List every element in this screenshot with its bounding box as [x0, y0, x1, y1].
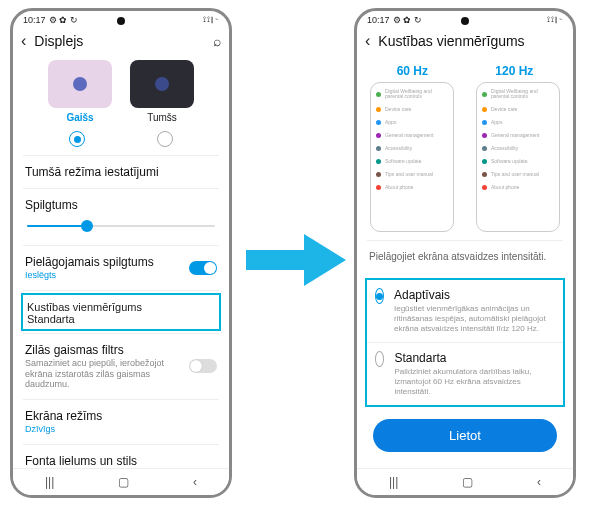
preview-120: Digital Wellbeing and parental controlsD… — [476, 82, 560, 232]
nav-recent-icon[interactable]: ||| — [389, 475, 398, 489]
status-icons: ⟟ ⟟ ∥ ⌁ — [203, 15, 219, 25]
option-standard[interactable]: Standarta Paildziniet akumulatora darbīb… — [367, 342, 563, 405]
nav-bar: ||| ▢ ‹ — [13, 468, 229, 495]
dark-mode-settings-label: Tumšā režīma iestatījumi — [25, 165, 217, 179]
status-icons: ⟟ ⟟ ∥ ⌁ — [547, 15, 563, 25]
dark-mode-settings-row[interactable]: Tumšā režīma iestatījumi — [13, 156, 229, 188]
back-icon[interactable]: ‹ — [365, 32, 370, 50]
nav-back-icon[interactable]: ‹ — [537, 475, 541, 489]
theme-dark-label: Tumšs — [127, 112, 197, 123]
option-adaptive-radio[interactable] — [375, 288, 384, 304]
theme-radio-row — [13, 127, 229, 155]
screen-mode-status: Dzīvīgs — [25, 424, 217, 435]
preview-60: Digital Wellbeing and parental controlsD… — [370, 82, 454, 232]
search-icon[interactable]: ⌕ — [213, 33, 221, 49]
hz-header-row: 60 Hz 120 Hz — [357, 58, 573, 82]
option-standard-radio[interactable] — [375, 351, 384, 367]
adaptive-brightness-status: Ieslēgts — [25, 270, 154, 281]
theme-light-label: Gaišs — [45, 112, 115, 123]
header: ‹ Displejs ⌕ — [13, 27, 229, 58]
status-time: 10:17 — [23, 15, 46, 25]
adaptive-brightness-toggle[interactable] — [189, 261, 217, 275]
display-settings-list: Gaišs Tumšs Tumšā režīma iestatījumi Spi… — [13, 58, 229, 476]
nav-back-icon[interactable]: ‹ — [193, 475, 197, 489]
camera-hole — [117, 17, 125, 25]
option-adaptive-desc: Iegūstiet vienmērīgākas animācijas un ri… — [394, 304, 555, 334]
refresh-options-highlight: Adaptīvais Iegūstiet vienmērīgākas animā… — [365, 278, 565, 407]
phone-left: 10:17 ⚙ ✿ ↻ ⟟ ⟟ ∥ ⌁ ‹ Displejs ⌕ Gaišs T… — [10, 8, 232, 498]
nav-recent-icon[interactable]: ||| — [45, 475, 54, 489]
theme-row: Gaišs Tumšs — [13, 58, 229, 127]
camera-hole — [461, 17, 469, 25]
status-time: 10:17 — [367, 15, 390, 25]
screen-mode-label: Ekrāna režīms — [25, 409, 217, 423]
font-label: Fonta lielums un stils — [25, 454, 217, 468]
phone-right: 10:17 ⚙ ✿ ↻ ⟟ ⟟ ∥ ⌁ ‹ Kustības vienmērīg… — [354, 8, 576, 498]
header: ‹ Kustības vienmērīgums — [357, 27, 573, 58]
blue-light-row[interactable]: Zilās gaismas filtrs Samaziniet acu piep… — [13, 334, 229, 399]
blue-light-label: Zilās gaismas filtrs — [25, 343, 175, 357]
apply-button[interactable]: Lietot — [373, 419, 557, 452]
theme-dark-radio[interactable] — [157, 131, 173, 147]
page-title: Kustības vienmērīgums — [378, 33, 565, 49]
hz-120-label: 120 Hz — [495, 64, 533, 78]
nav-home-icon[interactable]: ▢ — [462, 475, 473, 489]
option-adaptive-label: Adaptīvais — [394, 288, 555, 302]
option-adaptive[interactable]: Adaptīvais Iegūstiet vienmērīgākas animā… — [367, 280, 563, 342]
screen-mode-row[interactable]: Ekrāna režīms Dzīvīgs — [13, 400, 229, 444]
hz-60-label: 60 Hz — [397, 64, 428, 78]
refresh-caption: Pielāgojiet ekrāna atsvaidzes intensitāt… — [357, 241, 573, 272]
theme-light-radio[interactable] — [69, 131, 85, 147]
motion-settings: 60 Hz 120 Hz Digital Wellbeing and paren… — [357, 58, 573, 476]
motion-smoothness-row[interactable]: Kustības vienmērīgums Standarta — [27, 301, 215, 325]
page-title: Displejs — [34, 33, 205, 49]
preview-row: Digital Wellbeing and parental controlsD… — [357, 82, 573, 240]
blue-light-desc: Samaziniet acu piepūli, ierobežojot ekrā… — [25, 358, 175, 390]
motion-smoothness-highlight: Kustības vienmērīgums Standarta — [21, 293, 221, 331]
blue-light-toggle[interactable] — [189, 359, 217, 373]
adaptive-brightness-row[interactable]: Pielāgojamais spilgtums Ieslēgts — [13, 246, 229, 290]
arrow-icon — [246, 232, 346, 288]
option-standard-label: Standarta — [394, 351, 555, 365]
nav-bar: ||| ▢ ‹ — [357, 468, 573, 495]
brightness-slider[interactable] — [27, 218, 215, 234]
brightness-row: Spilgtums — [13, 189, 229, 245]
back-icon[interactable]: ‹ — [21, 32, 26, 50]
nav-home-icon[interactable]: ▢ — [118, 475, 129, 489]
adaptive-brightness-label: Pielāgojamais spilgtums — [25, 255, 154, 269]
option-standard-desc: Paildziniet akumulatora darbības laiku, … — [394, 367, 555, 397]
theme-dark[interactable]: Tumšs — [127, 60, 197, 123]
motion-smoothness-label: Kustības vienmērīgums — [27, 301, 215, 313]
brightness-label: Spilgtums — [25, 198, 217, 212]
motion-smoothness-status: Standarta — [27, 313, 215, 325]
theme-light[interactable]: Gaišs — [45, 60, 115, 123]
apply-button-label: Lietot — [449, 428, 481, 443]
